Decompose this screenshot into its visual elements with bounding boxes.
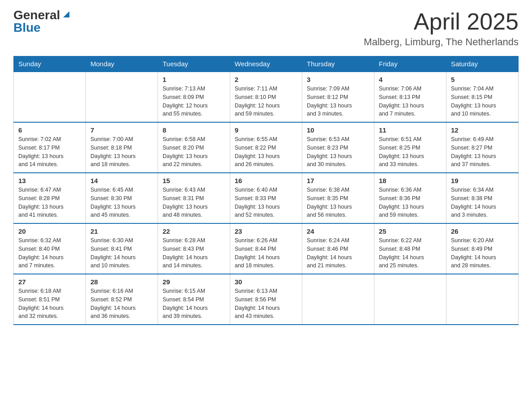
day-number: 8 [163,126,225,134]
logo: General Blue [13,9,71,34]
day-cell [14,72,86,122]
day-number: 24 [307,227,369,235]
logo-blue: Blue [13,21,41,34]
logo-triangle-icon [61,9,71,19]
weekday-header-sunday: Sunday [14,56,86,72]
location-title: Malberg, Limburg, The Netherlands [364,36,519,48]
day-cell: 17Sunrise: 6:38 AM Sunset: 8:35 PM Dayli… [302,173,374,223]
day-number: 3 [307,76,369,83]
day-cell: 12Sunrise: 6:49 AM Sunset: 8:27 PM Dayli… [446,122,519,173]
month-title: April 2025 [364,9,519,34]
day-cell: 24Sunrise: 6:24 AM Sunset: 8:46 PM Dayli… [302,223,374,274]
day-info: Sunrise: 7:00 AM Sunset: 8:18 PM Dayligh… [90,135,153,169]
day-cell: 16Sunrise: 6:40 AM Sunset: 8:33 PM Dayli… [230,173,302,223]
day-number: 4 [379,76,442,83]
day-info: Sunrise: 7:06 AM Sunset: 8:13 PM Dayligh… [379,85,442,118]
day-number: 13 [18,177,81,184]
day-number: 9 [235,126,297,134]
day-number: 7 [90,126,153,134]
day-info: Sunrise: 6:38 AM Sunset: 8:35 PM Dayligh… [307,186,369,219]
day-info: Sunrise: 6:24 AM Sunset: 8:46 PM Dayligh… [307,236,369,270]
weekday-header-wednesday: Wednesday [230,56,302,72]
day-cell: 19Sunrise: 6:34 AM Sunset: 8:38 PM Dayli… [446,173,519,223]
weekday-header-tuesday: Tuesday [158,56,230,72]
day-cell [302,274,374,325]
day-info: Sunrise: 6:32 AM Sunset: 8:40 PM Dayligh… [18,236,81,270]
day-number: 16 [235,177,297,184]
day-number: 23 [235,227,297,235]
day-info: Sunrise: 6:36 AM Sunset: 8:36 PM Dayligh… [379,186,442,219]
day-cell: 5Sunrise: 7:04 AM Sunset: 8:15 PM Daylig… [446,72,519,122]
day-cell: 20Sunrise: 6:32 AM Sunset: 8:40 PM Dayli… [14,223,86,274]
day-cell: 7Sunrise: 7:00 AM Sunset: 8:18 PM Daylig… [86,122,158,173]
day-cell [86,72,158,122]
day-info: Sunrise: 7:13 AM Sunset: 8:09 PM Dayligh… [163,85,225,118]
day-info: Sunrise: 6:53 AM Sunset: 8:23 PM Dayligh… [307,135,369,169]
day-number: 10 [307,126,369,134]
day-cell: 1Sunrise: 7:13 AM Sunset: 8:09 PM Daylig… [158,72,230,122]
weekday-header-saturday: Saturday [446,56,519,72]
day-info: Sunrise: 7:02 AM Sunset: 8:17 PM Dayligh… [18,135,81,169]
day-cell: 26Sunrise: 6:20 AM Sunset: 8:49 PM Dayli… [446,223,519,274]
weekday-header-monday: Monday [86,56,158,72]
day-cell: 14Sunrise: 6:45 AM Sunset: 8:30 PM Dayli… [86,173,158,223]
calendar-table: SundayMondayTuesdayWednesdayThursdayFrid… [13,56,519,325]
day-info: Sunrise: 6:55 AM Sunset: 8:22 PM Dayligh… [235,135,297,169]
day-info: Sunrise: 6:16 AM Sunset: 8:52 PM Dayligh… [90,287,153,321]
week-row-5: 27Sunrise: 6:18 AM Sunset: 8:51 PM Dayli… [14,274,519,325]
day-info: Sunrise: 6:43 AM Sunset: 8:31 PM Dayligh… [163,186,225,219]
day-cell: 25Sunrise: 6:22 AM Sunset: 8:48 PM Dayli… [374,223,446,274]
day-number: 28 [90,278,153,286]
day-cell: 3Sunrise: 7:09 AM Sunset: 8:12 PM Daylig… [302,72,374,122]
day-number: 6 [18,126,81,134]
day-cell: 8Sunrise: 6:58 AM Sunset: 8:20 PM Daylig… [158,122,230,173]
day-cell: 29Sunrise: 6:15 AM Sunset: 8:54 PM Dayli… [158,274,230,325]
title-section: April 2025 Malberg, Limburg, The Netherl… [364,9,519,48]
day-number: 26 [451,227,514,235]
svg-marker-0 [63,11,69,17]
day-info: Sunrise: 6:49 AM Sunset: 8:27 PM Dayligh… [451,135,514,169]
day-info: Sunrise: 6:40 AM Sunset: 8:33 PM Dayligh… [235,186,297,219]
weekday-header-row: SundayMondayTuesdayWednesdayThursdayFrid… [14,56,519,72]
day-cell: 21Sunrise: 6:30 AM Sunset: 8:41 PM Dayli… [86,223,158,274]
day-number: 27 [18,278,81,286]
day-info: Sunrise: 7:11 AM Sunset: 8:10 PM Dayligh… [235,85,297,118]
day-info: Sunrise: 6:18 AM Sunset: 8:51 PM Dayligh… [18,287,81,321]
weekday-header-friday: Friday [374,56,446,72]
day-cell: 10Sunrise: 6:53 AM Sunset: 8:23 PM Dayli… [302,122,374,173]
day-info: Sunrise: 7:09 AM Sunset: 8:12 PM Dayligh… [307,85,369,118]
week-row-4: 20Sunrise: 6:32 AM Sunset: 8:40 PM Dayli… [14,223,519,274]
day-cell: 2Sunrise: 7:11 AM Sunset: 8:10 PM Daylig… [230,72,302,122]
day-number: 11 [379,126,442,134]
day-info: Sunrise: 6:58 AM Sunset: 8:20 PM Dayligh… [163,135,225,169]
week-row-1: 1Sunrise: 7:13 AM Sunset: 8:09 PM Daylig… [14,72,519,122]
day-info: Sunrise: 6:34 AM Sunset: 8:38 PM Dayligh… [451,186,514,219]
day-cell: 18Sunrise: 6:36 AM Sunset: 8:36 PM Dayli… [374,173,446,223]
day-number: 25 [379,227,442,235]
day-info: Sunrise: 6:51 AM Sunset: 8:25 PM Dayligh… [379,135,442,169]
day-info: Sunrise: 6:47 AM Sunset: 8:28 PM Dayligh… [18,186,81,219]
week-row-3: 13Sunrise: 6:47 AM Sunset: 8:28 PM Dayli… [14,173,519,223]
day-cell [374,274,446,325]
day-number: 15 [163,177,225,184]
day-info: Sunrise: 6:45 AM Sunset: 8:30 PM Dayligh… [90,186,153,219]
day-cell: 30Sunrise: 6:13 AM Sunset: 8:56 PM Dayli… [230,274,302,325]
page-header: General Blue April 2025 Malberg, Limburg… [13,9,519,48]
day-number: 20 [18,227,81,235]
day-info: Sunrise: 7:04 AM Sunset: 8:15 PM Dayligh… [451,85,514,118]
day-number: 2 [235,76,297,83]
day-number: 12 [451,126,514,134]
day-number: 19 [451,177,514,184]
day-cell: 11Sunrise: 6:51 AM Sunset: 8:25 PM Dayli… [374,122,446,173]
day-info: Sunrise: 6:28 AM Sunset: 8:43 PM Dayligh… [163,236,225,270]
day-cell: 27Sunrise: 6:18 AM Sunset: 8:51 PM Dayli… [14,274,86,325]
day-number: 14 [90,177,153,184]
day-number: 30 [235,278,297,286]
day-cell: 9Sunrise: 6:55 AM Sunset: 8:22 PM Daylig… [230,122,302,173]
day-info: Sunrise: 6:30 AM Sunset: 8:41 PM Dayligh… [90,236,153,270]
day-info: Sunrise: 6:20 AM Sunset: 8:49 PM Dayligh… [451,236,514,270]
day-cell: 4Sunrise: 7:06 AM Sunset: 8:13 PM Daylig… [374,72,446,122]
day-cell: 13Sunrise: 6:47 AM Sunset: 8:28 PM Dayli… [14,173,86,223]
day-cell: 28Sunrise: 6:16 AM Sunset: 8:52 PM Dayli… [86,274,158,325]
day-number: 1 [163,76,225,83]
